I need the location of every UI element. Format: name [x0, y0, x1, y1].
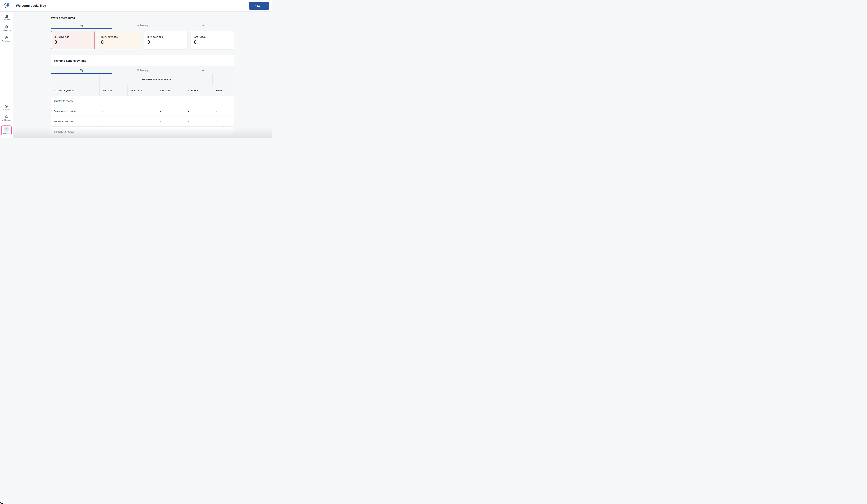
row-value: - [157, 127, 185, 136]
table-row: Variations to review - - - - - [51, 106, 234, 117]
page-title: Welcome back, Tray [16, 4, 46, 8]
sidebar-item-locations[interactable]: Locations [0, 14, 13, 21]
column-header-total: TOTAL [213, 85, 234, 96]
info-icon[interactable] [77, 17, 79, 20]
question-circle-icon [5, 105, 8, 108]
clipboard-icon [5, 25, 8, 29]
row-value: - [99, 96, 127, 106]
sidebar-item-notifications[interactable]: Notifications [0, 115, 13, 121]
work-orders-tabs: My Following All [51, 22, 234, 29]
tab-all[interactable]: All [173, 66, 234, 74]
row-value: - [185, 117, 213, 127]
work-orders-cards: 30+ days ago 0 15-29 days ago 0 8-14 day… [51, 31, 234, 50]
stat-card-label: 8-14 days ago [147, 35, 184, 38]
row-label: Variations to review [51, 106, 99, 116]
pending-actions-panel: Pending actions by time My Following All [51, 55, 234, 137]
column-header-action-required: ACTION REQUIRED [51, 85, 99, 96]
table-header: JOBS PENDING ACTION FOR ACTION REQUIRED … [51, 74, 234, 96]
tab-following[interactable]: Following [112, 22, 173, 29]
new-button[interactable]: New [249, 2, 269, 10]
stat-card-label: last 7 days [194, 35, 231, 38]
table-row: Reports to review - - - - - [51, 127, 234, 137]
row-value: - [99, 117, 127, 127]
stat-card-value: 0 [194, 39, 231, 45]
column-header-15-29-days: 15-29 DAYS [127, 85, 157, 96]
row-value: - [157, 96, 185, 106]
column-header-48-hours: 48 HOURS [185, 85, 213, 96]
account-label: Account [3, 132, 10, 134]
sidebar-item-label: Support [3, 109, 9, 111]
new-button-label: New [255, 4, 260, 7]
stat-card-15-29-days[interactable]: 15-29 days ago 0 [98, 31, 141, 50]
avatar: TI [4, 127, 9, 132]
shield-plus-icon [5, 36, 8, 40]
property-inspect-logo-icon [3, 3, 10, 9]
stat-card-last-7-days[interactable]: last 7 days 0 [191, 31, 234, 50]
building-icon [5, 14, 8, 18]
sidebar-item-compliance[interactable]: Compliance [0, 36, 13, 42]
table-body: Quotes to review - - - - - Variations to… [51, 96, 234, 137]
row-value: - [213, 96, 234, 106]
sidebar-item-support[interactable]: Support [0, 105, 13, 111]
dashboard-content: Work orders hired My Following All 30+ d… [13, 12, 272, 138]
stat-card-label: 15-29 days ago [101, 35, 138, 38]
row-value: - [127, 127, 157, 136]
tab-my[interactable]: My [51, 22, 112, 29]
row-value: - [213, 127, 234, 136]
app-logo[interactable] [0, 0, 13, 12]
main-area: Welcome back, Tray New Work orders hired [13, 0, 272, 138]
sidebar-item-account[interactable]: TI Account [1, 125, 12, 135]
info-icon[interactable] [88, 59, 91, 62]
tab-following[interactable]: Following [112, 66, 173, 74]
sidebar-bottom: Support Notifications TI Account [0, 105, 13, 138]
column-header-30-days: 30+ DAYS [99, 85, 127, 96]
pending-actions-tabs: My Following All [51, 66, 234, 74]
sidebar-nav: Locations Inspections Compliance [0, 12, 13, 42]
row-value: - [157, 106, 185, 116]
row-label: Quotes to review [51, 96, 99, 106]
row-value: - [213, 106, 234, 116]
empty-header-cell [51, 74, 99, 85]
row-label: Reports to review [51, 127, 99, 136]
bell-icon [5, 115, 8, 119]
stat-card-value: 0 [54, 39, 92, 45]
row-value: - [99, 127, 127, 136]
sidebar: Locations Inspections Compliance [0, 0, 13, 138]
stat-card-value: 0 [147, 39, 184, 45]
row-value: - [213, 117, 234, 127]
empty-header-cell [213, 74, 234, 85]
row-value: - [127, 106, 157, 116]
row-value: - [185, 106, 213, 116]
chevron-down-icon [261, 5, 264, 7]
top-header: Welcome back, Tray New [13, 0, 272, 12]
column-header-3-14-days: 3-14 DAYS [157, 85, 185, 96]
row-value: - [127, 117, 157, 127]
pending-actions-title: Pending actions by time [54, 59, 86, 62]
row-value: - [127, 96, 157, 106]
row-value: - [157, 117, 185, 127]
stat-card-label: 30+ days ago [54, 35, 92, 38]
sidebar-item-inspections[interactable]: Inspections [0, 25, 13, 31]
sidebar-item-label: Locations [3, 19, 10, 21]
row-value: - [185, 96, 213, 106]
row-label: Issues to resolve [51, 117, 99, 127]
app-root: Locations Inspections Compliance [0, 0, 272, 138]
tab-my[interactable]: My [51, 66, 112, 74]
work-orders-title: Work orders hired [51, 17, 75, 20]
table-row: Issues to resolve - - - - - [51, 117, 234, 127]
row-value: - [185, 127, 213, 136]
sidebar-item-label: Inspections [2, 30, 11, 31]
stat-card-30-plus-days[interactable]: 30+ days ago 0 [51, 31, 95, 50]
sidebar-item-label: Compliance [2, 40, 11, 42]
group-header: JOBS PENDING ACTION FOR [99, 74, 213, 85]
stat-card-8-14-days[interactable]: 8-14 days ago 0 [144, 31, 188, 50]
tab-all[interactable]: All [173, 22, 234, 29]
row-value: - [99, 106, 127, 116]
work-orders-section: Work orders hired My Following All 30+ d… [51, 17, 234, 50]
sidebar-item-label: Notifications [2, 119, 11, 121]
table-row: Quotes to review - - - - - [51, 96, 234, 106]
stat-card-value: 0 [101, 39, 138, 45]
